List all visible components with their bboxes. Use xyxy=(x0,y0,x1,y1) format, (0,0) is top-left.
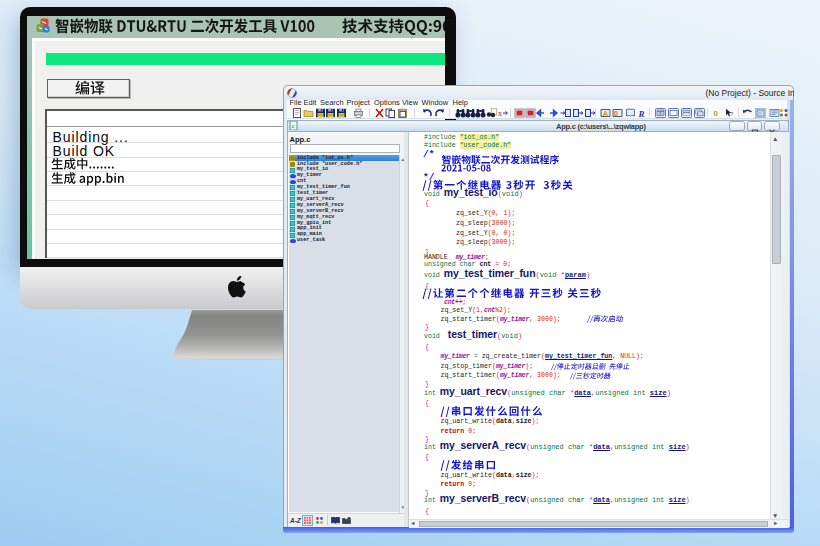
svg-text:x: x xyxy=(498,109,502,118)
svg-text:0: 0 xyxy=(714,109,719,118)
svg-text:?: ? xyxy=(730,111,734,117)
svg-text:0: 0 xyxy=(614,109,618,116)
svg-text:c: c xyxy=(292,123,295,129)
svg-text:R: R xyxy=(638,108,645,118)
svg-text:A: A xyxy=(603,109,609,118)
